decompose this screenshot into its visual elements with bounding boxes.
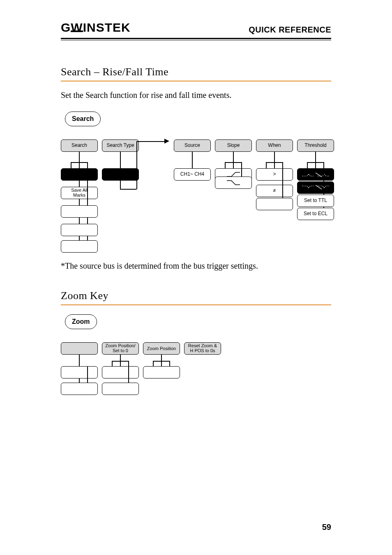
- page-number: 59: [322, 522, 331, 532]
- footnote-search: *The source bus is determined from the b…: [61, 261, 331, 271]
- section-rule-zoom: [61, 304, 331, 305]
- zoom-menu-1-opt2[interactable]: [61, 383, 98, 395]
- menu-slope[interactable]: Slope: [215, 139, 252, 152]
- menu-threshold-low[interactable]: [297, 181, 334, 194]
- menu-search-extra-2[interactable]: [61, 224, 98, 236]
- menu-when-gt[interactable]: >: [256, 168, 293, 181]
- section-title-zoom: Zoom Key: [61, 290, 331, 302]
- menu-threshold[interactable]: Threshold: [297, 139, 334, 152]
- menu-search[interactable]: Search: [61, 139, 98, 152]
- section-rule-search: [61, 81, 331, 81]
- diagram-zoom-menu: Zoom Position/ Set to 0 Zoom Position Re…: [61, 342, 331, 400]
- menu-source-option-ch[interactable]: CH1~ CH4: [174, 168, 211, 181]
- zoom-menu-1[interactable]: [61, 342, 98, 355]
- zoom-menu-4-label: Reset Zoom & H POS to 0s: [188, 344, 217, 353]
- zoom-menu-2-label: Zoom Position/ Set to 0: [105, 344, 135, 353]
- page-header: GWINSTEK QUICK REFERENCE: [61, 21, 331, 35]
- menu-when-blank[interactable]: [256, 198, 293, 210]
- menu-when[interactable]: When: [256, 139, 293, 152]
- hardware-key-search[interactable]: Search: [65, 111, 101, 126]
- zoom-menu-reset[interactable]: Reset Zoom & H POS to 0s: [184, 342, 221, 355]
- section-title-search: Search – Rise/Fall Time: [61, 66, 331, 78]
- menu-save-all-marks-label: Save All Marks: [71, 188, 88, 197]
- zoom-menu-3-opt[interactable]: [143, 366, 180, 379]
- menu-set-ecl[interactable]: Set to ECL: [297, 208, 334, 220]
- zoom-menu-position-set0[interactable]: Zoom Position/ Set to 0: [102, 342, 139, 355]
- menu-search-type[interactable]: Search Type: [102, 139, 139, 152]
- menu-search-toggle[interactable]: [61, 168, 98, 181]
- header-rule: [61, 38, 331, 40]
- menu-search-type-value[interactable]: [102, 168, 139, 181]
- menu-search-extra-3[interactable]: [61, 240, 98, 253]
- hardware-key-zoom[interactable]: Zoom: [65, 314, 97, 329]
- zoom-menu-2-opt2[interactable]: [102, 383, 139, 395]
- brand-logo: GWINSTEK: [61, 21, 131, 35]
- menu-source[interactable]: Source: [174, 139, 211, 152]
- menu-threshold-high[interactable]: [297, 168, 334, 181]
- diagram-search-menu: Search Search Type Source Slope When Thr…: [61, 139, 331, 254]
- menu-set-ttl[interactable]: Set to TTL: [297, 195, 334, 207]
- header-section-label: QUICK REFERENCE: [249, 25, 331, 35]
- zoom-menu-1-opt[interactable]: [61, 366, 98, 379]
- menu-search-extra-1[interactable]: [61, 205, 98, 218]
- menu-save-all-marks[interactable]: Save All Marks: [61, 187, 98, 199]
- zoom-menu-2-opt[interactable]: [102, 366, 139, 379]
- menu-when-ne[interactable]: ≠: [256, 185, 293, 197]
- section-intro-search: Set the Search function for rise and fal…: [61, 91, 331, 100]
- zoom-menu-position[interactable]: Zoom Position: [143, 342, 180, 355]
- arrow-icon: [164, 139, 169, 144]
- menu-slope-fall[interactable]: [215, 176, 252, 189]
- page: GWINSTEK QUICK REFERENCE Search – Rise/F…: [0, 0, 392, 555]
